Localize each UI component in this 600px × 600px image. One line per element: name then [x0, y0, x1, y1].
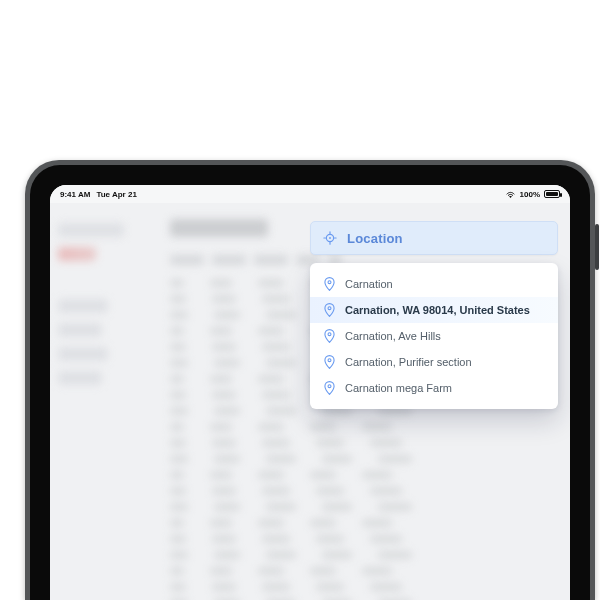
location-search-bar[interactable]: Location [310, 221, 558, 255]
status-battery-pct: 100% [520, 190, 540, 199]
status-bar: 9:41 AM Tue Apr 21 100% [50, 185, 570, 203]
location-result-item[interactable]: Carnation, Ave Hills [310, 323, 558, 349]
pin-icon [324, 277, 335, 291]
location-search-label: Location [347, 231, 403, 246]
pin-icon [324, 329, 335, 343]
stage: 9:41 AM Tue Apr 21 100% [0, 0, 600, 600]
svg-point-6 [328, 281, 331, 284]
tablet-bezel: 9:41 AM Tue Apr 21 100% [30, 165, 590, 600]
svg-point-8 [328, 333, 331, 336]
status-date: Tue Apr 21 [96, 190, 136, 199]
battery-icon [544, 190, 560, 198]
location-result-text: Carnation, WA 98014, United States [345, 304, 530, 316]
gps-icon [323, 231, 337, 245]
svg-point-10 [328, 385, 331, 388]
location-results-dropdown: CarnationCarnation, WA 98014, United Sta… [310, 263, 558, 409]
location-result-text: Carnation, Purifier section [345, 356, 472, 368]
svg-point-9 [328, 359, 331, 362]
location-result-item[interactable]: Carnation [310, 271, 558, 297]
location-result-item[interactable]: Carnation, WA 98014, United States [310, 297, 558, 323]
pin-icon [324, 303, 335, 317]
location-result-item[interactable]: Carnation mega Farm [310, 375, 558, 401]
svg-point-1 [329, 237, 331, 239]
pin-icon [324, 355, 335, 369]
tablet-screen: 9:41 AM Tue Apr 21 100% [50, 185, 570, 600]
tablet-power-button [595, 224, 599, 270]
wifi-icon [505, 190, 516, 198]
pin-icon [324, 381, 335, 395]
location-result-text: Carnation, Ave Hills [345, 330, 441, 342]
location-result-text: Carnation mega Farm [345, 382, 452, 394]
tablet-frame: 9:41 AM Tue Apr 21 100% [25, 160, 595, 600]
location-result-text: Carnation [345, 278, 393, 290]
status-time: 9:41 AM [60, 190, 90, 199]
svg-point-7 [328, 307, 331, 310]
location-result-item[interactable]: Carnation, Purifier section [310, 349, 558, 375]
